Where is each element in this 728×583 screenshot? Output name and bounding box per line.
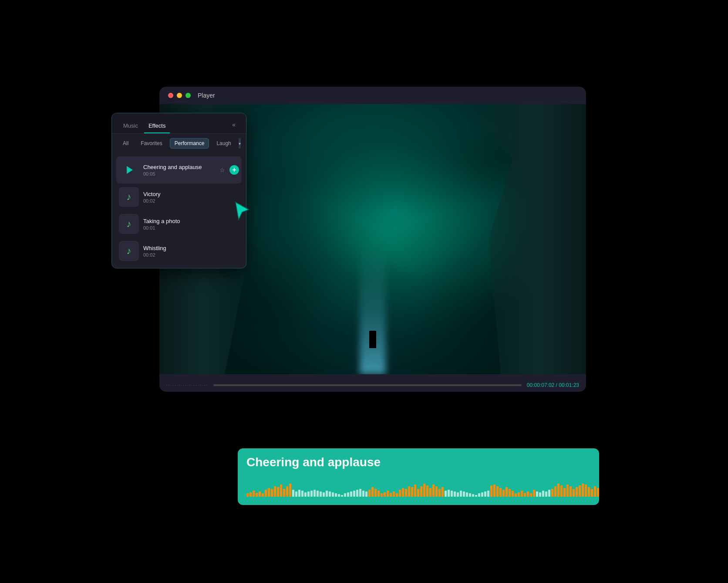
waveform-bar: [310, 491, 313, 497]
list-item[interactable]: Cheering and applause 00:05 ☆ +: [116, 156, 242, 183]
waveform-bar: [268, 488, 270, 497]
waveform-bar: [542, 491, 544, 497]
filter-favorites[interactable]: Favorites: [136, 138, 167, 149]
list-item[interactable]: ♪ Whistling 00:02: [116, 237, 242, 264]
waveform-bar: [533, 490, 535, 497]
waveform-bar: [585, 485, 587, 497]
filter-performance[interactable]: Performance: [170, 138, 209, 149]
sound-icon: ♪: [119, 214, 139, 234]
filter-all[interactable]: All: [118, 138, 133, 149]
waveform-bar: [481, 492, 483, 497]
waveform-bar: [487, 491, 489, 497]
waveform-bar: [259, 491, 261, 497]
play-button[interactable]: [119, 160, 139, 180]
waveform-bar: [582, 484, 584, 497]
waveform-bar: [317, 491, 319, 497]
waveform-bar: [551, 489, 553, 497]
waveform-bar: [557, 484, 559, 497]
sound-duration: 00:02: [143, 198, 239, 203]
waveform-bar: [502, 490, 505, 497]
filter-dropdown[interactable]: ▾: [239, 138, 241, 149]
waveform-bar: [326, 491, 328, 497]
waveform-bar: [265, 490, 267, 497]
waveform-bar: [591, 489, 593, 497]
filter-row: All Favorites Performance Laugh ▾: [112, 134, 246, 153]
sound-info: Whistling 00:02: [143, 245, 239, 258]
waveform-bar: [545, 491, 547, 497]
list-item[interactable]: ♪ Taking a photo 00:01: [116, 210, 242, 237]
waveform-bar: [323, 492, 325, 497]
waveform-bar: [475, 495, 477, 497]
waveform-bar: [597, 488, 599, 497]
waveform-bar: [313, 490, 316, 497]
waveform-bar: [490, 485, 492, 497]
waveform-bars: [246, 473, 590, 497]
waveform-bar: [280, 485, 282, 497]
waveform-bar: [253, 491, 255, 497]
sound-info: Cheering and applause 00:05: [143, 164, 213, 176]
waveform-bar: [463, 491, 465, 497]
sound-duration: 00:01: [143, 225, 239, 230]
minimize-dot[interactable]: [177, 93, 182, 98]
sound-icon: ♪: [119, 187, 139, 207]
waveform-bar: [283, 489, 285, 497]
music-note-icon: ♪: [127, 245, 131, 257]
sound-icon: ♪: [119, 241, 139, 261]
waveform-bar: [387, 491, 389, 497]
tab-effects[interactable]: Effects: [144, 120, 170, 133]
waveform-bar: [402, 488, 404, 497]
waveform-bar: [448, 490, 450, 497]
waveform-bar: [335, 493, 337, 497]
figure-silhouette: [369, 331, 376, 348]
waveform-bar: [594, 486, 596, 497]
waveform-bar: [356, 490, 358, 497]
waveform-bar: [576, 487, 578, 497]
waveform-bar: [451, 491, 453, 497]
sound-list: Cheering and applause 00:05 ☆ + ♪ Victor…: [112, 153, 246, 268]
filter-laugh[interactable]: Laugh: [212, 138, 236, 149]
waveform-bar: [445, 491, 447, 497]
waveform-bar: [390, 493, 392, 497]
waveform-bar: [442, 487, 444, 497]
sound-name: Whistling: [143, 245, 239, 251]
waveform-bar: [249, 492, 252, 497]
sound-name: Taking a photo: [143, 218, 239, 224]
waveform-title: Cheering and applause: [246, 455, 590, 469]
waveform-bar: [399, 490, 401, 497]
player-controls: ···················· 00:00:07:02 / 00:01…: [159, 374, 586, 392]
waveform-bar: [496, 486, 499, 497]
waveform-bar: [432, 485, 435, 497]
panel-tabs: Music Effects «: [112, 113, 246, 134]
maximize-dot[interactable]: [185, 93, 191, 98]
sound-actions: ☆ +: [217, 165, 239, 175]
tab-music[interactable]: Music: [119, 120, 142, 133]
play-icon: [127, 166, 133, 174]
waveform-bar: [521, 491, 523, 497]
waveform-bar: [472, 494, 474, 497]
waveform-bar: [408, 486, 410, 497]
timeline-dots: ····················: [166, 383, 208, 388]
waveform-bar: [530, 493, 532, 497]
waveform-bar: [484, 491, 486, 497]
waveform-bar: [295, 491, 297, 497]
waveform-bar: [493, 485, 495, 497]
add-button[interactable]: +: [229, 165, 239, 175]
waveform-bar: [438, 489, 441, 497]
list-item[interactable]: ♪ Victory 00:02: [116, 183, 242, 210]
collapse-button[interactable]: «: [229, 119, 239, 130]
player-titlebar: Player: [159, 87, 586, 104]
waveform-bar: [454, 491, 456, 497]
waveform-bar: [262, 493, 264, 497]
favorite-button[interactable]: ☆: [217, 165, 227, 175]
waveform-bar: [579, 485, 581, 497]
sound-duration: 00:05: [143, 171, 213, 176]
sound-name: Cheering and applause: [143, 164, 213, 170]
waveform-bar: [286, 486, 288, 497]
waveform-bar: [524, 493, 526, 497]
waveform-bar: [536, 491, 538, 497]
close-dot[interactable]: [168, 93, 173, 98]
cursor-arrow: [233, 200, 251, 224]
timeline-bar[interactable]: [213, 384, 522, 386]
waveform-bar: [588, 487, 590, 497]
waveform-bar: [374, 489, 377, 497]
